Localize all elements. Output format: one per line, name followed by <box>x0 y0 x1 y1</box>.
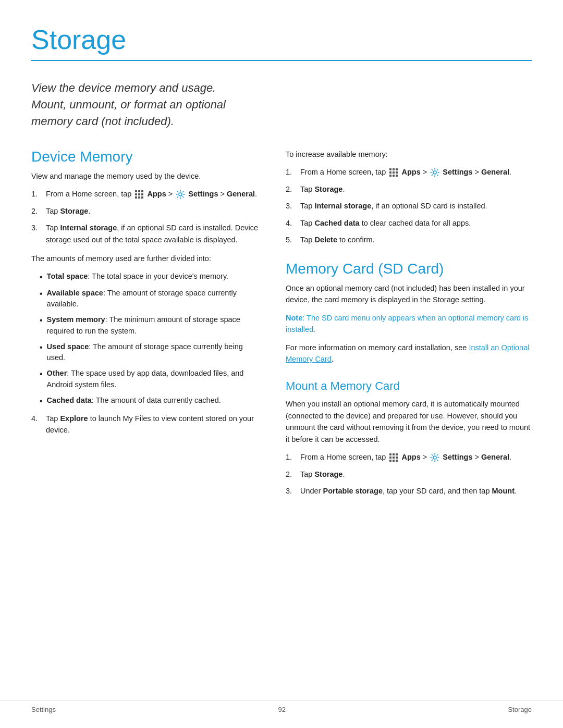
svg-rect-7 <box>138 196 140 199</box>
svg-rect-12 <box>396 168 398 170</box>
settings-label: Settings <box>188 190 218 198</box>
svg-rect-23 <box>389 456 391 459</box>
mount-memory-steps: 1. From a Home screen, tap <box>286 451 532 497</box>
bullet-used-space: Used space: The amount of storage space … <box>40 341 261 364</box>
step-3: 3. Tap Internal storage, if an optional … <box>31 222 261 245</box>
apps-icon-2 <box>389 168 398 177</box>
right-column: To increase available memory: 1. From a … <box>286 149 532 504</box>
bullet-cached-data: Cached data: The amount of data currentl… <box>40 395 261 408</box>
apps-icon <box>134 190 144 199</box>
svg-rect-16 <box>389 175 391 177</box>
title-rule <box>31 60 532 61</box>
svg-point-19 <box>433 171 436 174</box>
svg-rect-6 <box>135 196 137 199</box>
bullet-total-space: Total space: The total space in your dev… <box>40 271 261 283</box>
mount-step-2: 2. Tap Storage. <box>286 468 532 480</box>
svg-rect-5 <box>141 193 143 195</box>
svg-rect-14 <box>393 171 395 174</box>
svg-rect-1 <box>138 190 140 192</box>
footer: Settings 92 Storage <box>0 700 563 713</box>
memory-card-note: Note: The SD card menu only appears when… <box>286 312 532 336</box>
two-column-layout: Device Memory View and manage the memory… <box>31 149 532 504</box>
note-label: Note <box>286 314 302 322</box>
mount-step-3: 3. Under Portable storage, tap your SD c… <box>286 485 532 497</box>
memory-amounts-paragraph: The amounts of memory used are further d… <box>31 253 261 264</box>
mount-memory-description: When you install an optional memory card… <box>286 398 532 445</box>
inc-step-4: 4. Tap Cached data to clear cached data … <box>286 217 532 229</box>
install-memory-card-link[interactable]: Install an Optional Memory Card <box>286 343 529 363</box>
settings-icon-2 <box>430 168 439 177</box>
svg-rect-24 <box>393 456 395 459</box>
svg-rect-17 <box>393 175 395 177</box>
settings-icon-3 <box>430 453 439 462</box>
svg-point-9 <box>179 193 182 196</box>
svg-rect-0 <box>135 190 137 192</box>
svg-rect-27 <box>393 460 395 462</box>
memory-card-heading: Memory Card (SD Card) <box>286 261 532 277</box>
page: Storage View the device memory and usage… <box>0 0 563 546</box>
device-memory-steps: 1. From a Home screen, tap <box>31 188 261 245</box>
mount-memory-card-heading: Mount a Memory Card <box>286 379 532 393</box>
inc-step-1: 1. From a Home screen, tap <box>286 166 532 178</box>
svg-point-29 <box>433 456 436 459</box>
intro-text: View the device memory and usage. Mount,… <box>31 80 250 130</box>
bullet-system-memory: System memory: The minimum amount of sto… <box>40 314 261 337</box>
memory-card-description: Once an optional memory card (not includ… <box>286 282 532 306</box>
svg-rect-3 <box>135 193 137 195</box>
svg-rect-2 <box>141 190 143 192</box>
device-memory-step4: 4. Tap Explore to launch My Files to vie… <box>31 413 261 436</box>
settings-icon <box>176 190 185 199</box>
device-memory-description: View and manage the memory used by the d… <box>31 170 261 182</box>
svg-rect-22 <box>396 453 398 455</box>
increase-memory-steps: 1. From a Home screen, tap <box>286 166 532 245</box>
svg-rect-21 <box>393 453 395 455</box>
apps-label: Apps <box>147 190 166 198</box>
svg-rect-26 <box>389 460 391 462</box>
inc-step-2: 2. Tap Storage. <box>286 183 532 195</box>
bullet-other: Other: The space used by app data, downl… <box>40 368 261 391</box>
memory-card-more-info: For more information on memory card inst… <box>286 342 532 365</box>
svg-rect-25 <box>396 456 398 459</box>
bullet-available-space: Available space: The amount of storage s… <box>40 288 261 311</box>
memory-bullet-list: Total space: The total space in your dev… <box>40 271 261 408</box>
step-4-explore: 4. Tap Explore to launch My Files to vie… <box>31 413 261 436</box>
mount-step-1: 1. From a Home screen, tap <box>286 451 532 463</box>
svg-rect-28 <box>396 460 398 462</box>
svg-rect-15 <box>396 171 398 174</box>
inc-step-5: 5. Tap Delete to confirm. <box>286 234 532 245</box>
svg-rect-13 <box>389 171 391 174</box>
device-memory-heading: Device Memory <box>31 149 261 165</box>
left-column: Device Memory View and manage the memory… <box>31 149 261 504</box>
step-2: 2. Tap Storage. <box>31 205 261 217</box>
footer-left: Settings <box>31 706 56 713</box>
footer-right: Storage <box>508 706 532 713</box>
apps-icon-3 <box>389 453 398 462</box>
footer-center: 92 <box>278 706 285 713</box>
svg-rect-18 <box>396 175 398 177</box>
inc-step-3: 3. Tap Internal storage, if an optional … <box>286 200 532 212</box>
svg-rect-10 <box>389 168 391 170</box>
svg-rect-11 <box>393 168 395 170</box>
page-title: Storage <box>31 25 532 55</box>
svg-rect-4 <box>138 193 140 195</box>
step-1: 1. From a Home screen, tap <box>31 188 261 200</box>
increase-memory-heading: To increase available memory: <box>286 149 532 160</box>
svg-rect-20 <box>389 453 391 455</box>
svg-rect-8 <box>141 196 143 199</box>
